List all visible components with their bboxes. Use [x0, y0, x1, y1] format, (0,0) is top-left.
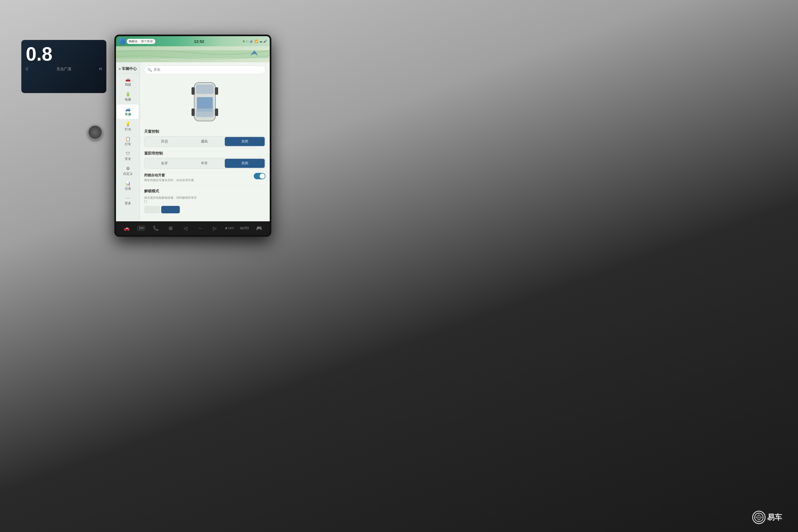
sidebar-item-lights[interactable]: 💡 灯光 — [117, 119, 138, 134]
sidebar-item-more[interactable]: ··· 更多 — [117, 194, 138, 208]
auto-window-row: 闭锁自动升窗 离车闭锁且车窗未关时，自动关闭车窗 — [144, 173, 265, 186]
body-icon: 🚙 — [125, 107, 131, 112]
auto-window-toggle[interactable] — [254, 173, 265, 179]
close-icon[interactable]: × — [119, 67, 121, 71]
taskbar-fan-off[interactable]: ✱ OFF — [224, 223, 235, 233]
trip-icon: 📋 — [125, 136, 131, 141]
unlock-mode-section: 解锁模式 按压遥控钥匙解锁按键，同时解锁所有车门 — [144, 189, 265, 213]
instrument-cluster: 0.8 C 充当广漠 H — [21, 40, 107, 93]
taskbar-car[interactable]: 🚗 — [121, 223, 132, 233]
cluster-left: C — [26, 67, 28, 72]
taskbar-wheel-icon: 🎮 — [256, 225, 262, 231]
svg-rect-7 — [215, 87, 218, 95]
cloud-icon: ☁ — [259, 40, 262, 43]
drive-icon: 🚗 — [125, 77, 131, 82]
main-content: × 车辆中心 🚗 驾驶 🔋 电量 🚙 车身 — [116, 62, 270, 221]
car-display — [144, 77, 265, 125]
sidebar-item-safety[interactable]: 🛡 安全 — [117, 149, 138, 163]
speed-display: 0.8 — [26, 44, 102, 63]
taskbar-next-icon: ▷ — [213, 225, 217, 231]
taskbar-360[interactable]: 360 — [136, 223, 147, 233]
sidebar-item-trip[interactable]: 📋 行车 — [117, 134, 138, 149]
taskbar-auto-text: AUTO — [240, 226, 249, 230]
map-svg — [116, 46, 270, 62]
sidebar-item-label-dash: 仪表 — [125, 187, 131, 191]
start-button[interactable] — [88, 125, 102, 140]
svg-rect-6 — [191, 109, 195, 116]
mic-icon: 🎤 — [263, 40, 267, 43]
unlock-btn-1[interactable] — [144, 206, 160, 213]
sunshade-btn-close[interactable]: 关闭 — [225, 159, 265, 168]
car-svg — [190, 77, 220, 125]
sidebar-item-custom[interactable]: ⚙ 自定义 — [117, 164, 138, 178]
taskbar-apps[interactable]: ⊞ — [166, 223, 176, 233]
sidebar-item-dash[interactable]: 📊 仪表 — [117, 179, 138, 193]
unlock-btn-2[interactable] — [161, 206, 180, 213]
search-placeholder: 搜索 — [153, 67, 160, 72]
unlock-mode-title: 解锁模式 — [144, 189, 265, 194]
sidebar-item-label-more: 更多 — [125, 201, 131, 206]
custom-icon: ⚙ — [126, 166, 130, 171]
taskbar: 🚗 360 📞 ⊞ ◁ — ▷ ✱ OFF AUTO 🎮 — [116, 221, 270, 235]
cluster-bottom: C 充当广漠 H — [26, 67, 102, 72]
sunroof-button-group: 开启 通风 关闭 — [144, 136, 265, 147]
taskbar-360-icon: 360 — [137, 226, 145, 231]
sunroof-btn-close[interactable]: 关闭 — [225, 137, 265, 146]
sidebar-item-body[interactable]: 🚙 车身 — [117, 104, 138, 119]
taskbar-prev-icon: ◁ — [184, 225, 187, 231]
status-bar: 🎵 唤醒说：'讲个笑话' 12:52 A ↑↓ 🔊 📶 ☁ 🎤 — [116, 36, 270, 46]
sunroof-title: 天窗控制 — [144, 129, 265, 134]
sidebar-title: 车辆中心 — [122, 66, 137, 71]
sidebar: × 车辆中心 🚗 驾驶 🔋 电量 🚙 车身 — [116, 62, 140, 221]
sunroof-btn-open[interactable]: 开启 — [145, 136, 184, 147]
search-icon: 🔍 — [148, 68, 152, 72]
more-icon: ··· — [126, 196, 130, 201]
map-strip — [116, 46, 270, 62]
search-bar[interactable]: 🔍 搜索 — [144, 65, 265, 74]
taskbar-next[interactable]: ▷ — [210, 223, 220, 233]
taskbar-fan-text: ✱ OFF — [225, 227, 234, 230]
sunroof-control-section: 天窗控制 开启 通风 关闭 — [144, 129, 265, 147]
taskbar-prev[interactable]: ◁ — [180, 223, 191, 233]
taskbar-apps-icon: ⊞ — [169, 225, 173, 231]
car-top-view — [190, 77, 220, 125]
sidebar-item-label-battery: 电量 — [125, 97, 131, 102]
sunshade-btn-full[interactable]: 全开 — [145, 158, 184, 168]
auto-window-text: 闭锁自动升窗 离车闭锁且车窗未关时，自动关闭车窗 — [144, 173, 194, 182]
taskbar-auto[interactable]: AUTO — [239, 223, 250, 233]
taskbar-dash-text: — — [199, 226, 202, 230]
unlock-buttons-partial — [144, 206, 265, 213]
auto-window-desc: 离车闭锁且车窗未关时，自动关闭车窗 — [144, 178, 194, 182]
sidebar-item-label-trip: 行车 — [125, 142, 131, 147]
sunshade-control-section: 遮阳帘控制 全开 半开 关闭 — [144, 151, 265, 169]
taskbar-phone-icon: 📞 — [153, 225, 159, 231]
sidebar-item-label-safety: 安全 — [125, 157, 131, 161]
sunshade-btn-half[interactable]: 半开 — [184, 158, 224, 168]
taskbar-car-icon: 🚗 — [124, 225, 130, 231]
sidebar-item-label-body: 车身 — [125, 112, 131, 117]
taskbar-dashdash: — — [195, 223, 206, 233]
content-panel: 🔍 搜索 — [140, 62, 270, 221]
auto-window-title: 闭锁自动升窗 — [144, 173, 194, 178]
sidebar-item-drive[interactable]: 🚗 驾驶 — [117, 75, 138, 89]
sunroof-btn-vent[interactable]: 通风 — [184, 136, 224, 147]
sunshade-title: 遮阳帘控制 — [144, 151, 265, 156]
taskbar-phone[interactable]: 📞 — [151, 223, 161, 233]
sidebar-item-label-custom: 自定义 — [123, 172, 133, 176]
wifi-icon: 📶 — [254, 40, 258, 43]
easycar-logo-svg — [754, 513, 764, 522]
status-time: 12:52 — [194, 39, 204, 44]
voice-bubble: 唤醒说：'讲个笑话' — [127, 39, 155, 44]
unlock-mode-desc: 按压遥控钥匙解锁按键，同时解锁所有车门 — [144, 196, 197, 204]
fuel-label: 充当广漠 — [56, 67, 71, 72]
sidebar-header: × 车辆中心 — [116, 64, 140, 74]
status-icons: A ↑↓ 🔊 📶 ☁ 🎤 — [243, 40, 267, 43]
taskbar-wheel[interactable]: 🎮 — [254, 223, 264, 233]
dash-icon: 📊 — [125, 181, 131, 186]
volume-icon: 🔊 — [250, 40, 253, 43]
battery-icon: 🔋 — [125, 92, 131, 97]
lights-icon: 💡 — [125, 121, 131, 127]
watermark: 易车 — [752, 511, 782, 524]
sidebar-item-battery[interactable]: 🔋 电量 — [117, 90, 138, 104]
sidebar-items-container: 🚗 驾驶 🔋 电量 🚙 车身 💡 灯光 — [116, 75, 140, 208]
